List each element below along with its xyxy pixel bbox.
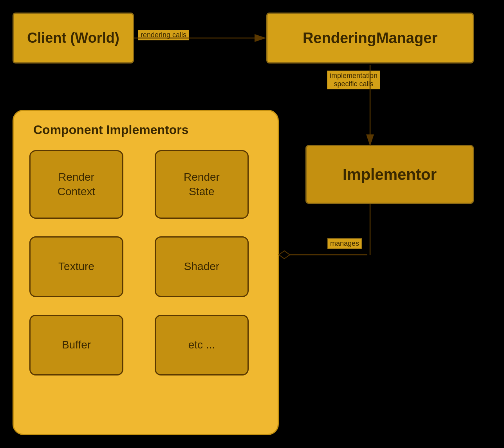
implementor-box: Implementor [305,145,474,204]
component-implementors-container: Component Implementors RenderContext Ren… [13,110,279,435]
client-world-box: Client (World) [13,13,134,63]
render-state-label: RenderState [184,170,220,199]
etc-label: etc ... [188,338,215,352]
render-context-label: RenderContext [58,170,96,199]
buffer-box: Buffer [29,315,123,375]
rendering-calls-label: rendering calls [138,30,189,40]
component-implementors-title: Component Implementors [33,123,188,137]
render-state-box: RenderState [155,150,249,219]
manages-label: manages [327,238,362,249]
diagram-container: Client (World) RenderingManager renderin… [0,0,504,448]
rendering-manager-box: RenderingManager [266,13,474,63]
manages-diamond [279,251,290,259]
render-context-box: RenderContext [29,150,123,219]
rendering-manager-label: RenderingManager [303,30,437,47]
shader-label: Shader [184,259,219,274]
texture-label: Texture [58,259,94,274]
buffer-label: Buffer [62,338,91,352]
etc-box: etc ... [155,315,249,375]
texture-box: Texture [29,236,123,297]
impl-specific-label: implementationspecific calls [327,71,380,89]
client-world-label: Client (World) [27,30,119,46]
shader-box: Shader [155,236,249,297]
implementor-label: Implementor [343,166,437,183]
